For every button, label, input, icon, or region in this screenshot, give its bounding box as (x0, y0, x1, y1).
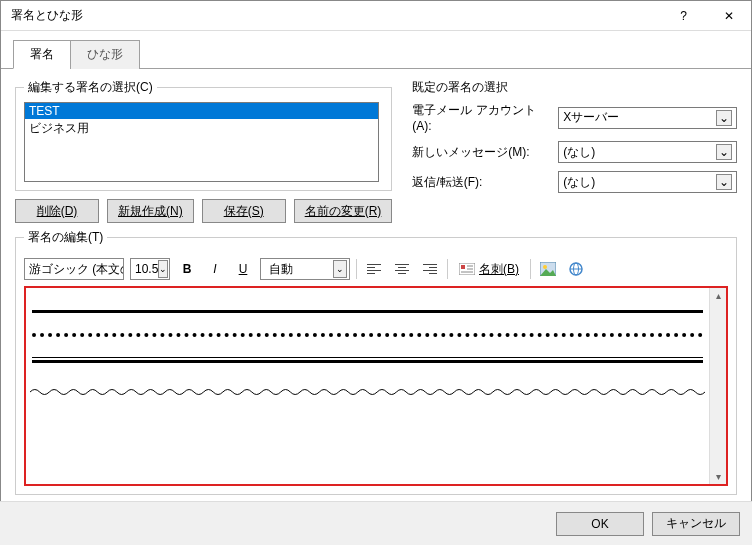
italic-button[interactable]: I (204, 258, 226, 280)
tab-bar: 署名 ひな形 (1, 31, 751, 69)
svg-point-6 (543, 265, 547, 269)
edit-signature-group: 署名の編集(T) 游ゴシック (本文の⌄ 10.5⌄ B I U 自動⌄ 名刺(… (15, 229, 737, 495)
separator (447, 259, 448, 279)
link-icon (568, 261, 584, 277)
tab-signature[interactable]: 署名 (13, 40, 71, 69)
close-button[interactable]: ✕ (706, 1, 751, 31)
list-item[interactable]: ビジネス用 (25, 119, 378, 138)
new-button[interactable]: 新規作成(N) (107, 199, 194, 223)
card-icon[interactable]: 名刺(B) (454, 258, 524, 280)
newmsg-label: 新しいメッセージ(M): (412, 144, 552, 161)
signature-editor[interactable] (26, 288, 709, 484)
hr-wave (30, 387, 705, 397)
underline-button[interactable]: U (232, 258, 254, 280)
card-icon-svg (459, 263, 475, 275)
newmsg-select[interactable]: (なし) ⌄ (558, 141, 737, 163)
separator (530, 259, 531, 279)
chevron-down-icon: ⌄ (716, 144, 732, 160)
chevron-down-icon: ⌄ (716, 174, 732, 190)
size-select[interactable]: 10.5⌄ (130, 258, 170, 280)
account-select[interactable]: Xサーバー ⌄ (558, 107, 737, 129)
align-right-button[interactable] (419, 258, 441, 280)
title-bar: 署名とひな形 ? ✕ (1, 1, 751, 31)
scroll-down-icon[interactable]: ▾ (714, 469, 723, 484)
image-icon (540, 262, 556, 276)
scroll-up-icon[interactable]: ▴ (714, 288, 723, 303)
align-center-icon (395, 264, 409, 274)
select-signature-legend: 編集する署名の選択(C) (24, 79, 157, 96)
separator (356, 259, 357, 279)
hr-double (32, 357, 703, 363)
dialog-footer: OK キャンセル (0, 501, 752, 545)
image-button[interactable] (537, 258, 559, 280)
scrollbar[interactable]: ▴ ▾ (709, 288, 726, 484)
align-left-icon (367, 264, 381, 274)
rename-button[interactable]: 名前の変更(R) (294, 199, 393, 223)
link-button[interactable] (565, 258, 587, 280)
cancel-button[interactable]: キャンセル (652, 512, 740, 536)
svg-rect-1 (461, 265, 465, 269)
signature-listbox[interactable]: TEST ビジネス用 (24, 102, 379, 182)
hr-solid (32, 310, 703, 313)
ok-button[interactable]: OK (556, 512, 644, 536)
default-signature-legend: 既定の署名の選択 (412, 79, 508, 96)
delete-button[interactable]: 削除(D) (15, 199, 99, 223)
font-select[interactable]: 游ゴシック (本文の⌄ (24, 258, 124, 280)
align-right-icon (423, 264, 437, 274)
hr-dotted (32, 333, 703, 337)
list-item[interactable]: TEST (25, 103, 378, 119)
signature-editor-frame: ▴ ▾ (24, 286, 728, 486)
select-signature-group: 編集する署名の選択(C) TEST ビジネス用 (15, 79, 392, 191)
align-center-button[interactable] (391, 258, 413, 280)
edit-signature-legend: 署名の編集(T) (24, 229, 107, 246)
default-signature-group: 既定の署名の選択 電子メール アカウント(A): Xサーバー ⌄ 新しいメッセー… (412, 79, 737, 201)
save-button[interactable]: 保存(S) (202, 199, 286, 223)
help-button[interactable]: ? (661, 1, 706, 31)
account-label: 電子メール アカウント(A): (412, 102, 552, 133)
chevron-down-icon: ⌄ (333, 260, 347, 278)
window-title: 署名とひな形 (11, 7, 661, 24)
chevron-down-icon: ⌄ (158, 260, 168, 278)
chevron-down-icon: ⌄ (716, 110, 732, 126)
bold-button[interactable]: B (176, 258, 198, 280)
reply-label: 返信/転送(F): (412, 174, 552, 191)
color-select[interactable]: 自動⌄ (260, 258, 350, 280)
align-left-button[interactable] (363, 258, 385, 280)
tab-template[interactable]: ひな形 (70, 40, 140, 69)
format-toolbar: 游ゴシック (本文の⌄ 10.5⌄ B I U 自動⌄ 名刺(B) (24, 258, 728, 280)
reply-select[interactable]: (なし) ⌄ (558, 171, 737, 193)
